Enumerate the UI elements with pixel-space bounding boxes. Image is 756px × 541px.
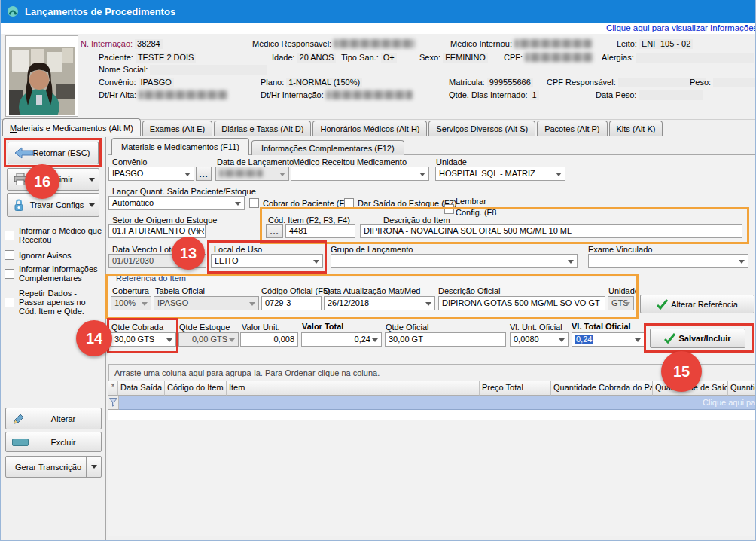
setor-origem-select[interactable]: 01.FATURAMENTO (VIR	[108, 224, 206, 238]
back-arrow-icon	[14, 147, 34, 159]
excluir-button[interactable]: Excluir	[5, 432, 102, 452]
data-lancamento-select[interactable]	[215, 167, 289, 181]
tab-info-complementares-f12[interactable]: Informações Complementares (F12)	[251, 140, 404, 155]
idade-value: 20 ANOS	[297, 53, 337, 63]
valor-total-select[interactable]: 0,24	[301, 332, 382, 347]
checkbox-box	[344, 198, 354, 208]
salvar-incluir-button[interactable]: Salvar/Incluir	[650, 329, 745, 348]
travar-configs-button[interactable]: Travar Configs	[7, 193, 99, 217]
convenio-browse-button[interactable]: ...	[196, 167, 212, 181]
lancar-quant-select[interactable]: Automático	[108, 196, 245, 210]
tabela-oficial-select[interactable]: IPASGO	[154, 296, 259, 310]
chevron-down-icon	[635, 338, 641, 342]
data-vencto-input[interactable]: 01/01/2030	[108, 254, 206, 268]
chevron-down-icon	[166, 338, 172, 342]
local-uso-select[interactable]: LEITO	[211, 254, 323, 268]
checkbox-repetir-dados[interactable]: Repetir Dados - Passar apenas no Cód. It…	[5, 289, 104, 316]
lembrar-config-label-2: Config. (F8	[456, 208, 496, 217]
row-indicator-icon: *	[108, 381, 118, 396]
cod-item-browse-button[interactable]: ...	[266, 224, 283, 238]
peso-field: Peso:	[690, 78, 755, 87]
app-icon	[7, 5, 19, 17]
valor-unit-input[interactable]: 0,008	[240, 332, 298, 347]
column-header-item[interactable]: Item	[227, 381, 480, 396]
gerar-transcricao-button[interactable]: Gerar Transcrição	[5, 456, 102, 478]
tab-servicos-diversos[interactable]: Serviços Diversos (Alt S)	[428, 121, 535, 136]
n-internacao-field: N. Internação: 38284	[81, 39, 163, 49]
exame-vinculado-select[interactable]	[588, 254, 748, 268]
alterar-button[interactable]: Alterar	[5, 408, 102, 429]
checkbox-informar-medico[interactable]: Informar o Médico que Receitou	[5, 226, 104, 244]
column-header-qtd-saida[interactable]: Quantidade de Sa	[728, 381, 756, 396]
checkbox-ignorar-avisos[interactable]: Ignorar Avisos	[5, 250, 104, 260]
data-vencto-label: Data Vencto Lote (F	[112, 245, 186, 254]
retornar-button[interactable]: Retornar (ESC)	[8, 142, 99, 164]
column-header-qtd-saida-estoque[interactable]: Quantidade de Saída do Estoque	[653, 381, 728, 396]
imprimir-button[interactable]: Imprimir	[7, 168, 99, 191]
cobertura-select[interactable]: 100%	[111, 296, 151, 310]
qtde-oficial-input[interactable]: 30,00 GT	[385, 332, 506, 347]
grid-body[interactable]	[108, 410, 756, 420]
dthr-internacao-field: Dt/Hr Internação:	[261, 90, 413, 99]
descricao-oficial-input[interactable]: DIPIRONA GOTAS 500 MG/ML SO VO GT	[438, 296, 605, 310]
qtde-estoque-select[interactable]: 0,00 GTS	[178, 332, 239, 347]
checkbox-informar-informacoes[interactable]: Informar Informações Complementares	[5, 264, 104, 283]
chevron-down-icon	[249, 302, 255, 306]
medico-responsavel-field: Médico Responsável:	[252, 39, 415, 48]
checkbox-box	[5, 298, 14, 307]
vl-unt-oficial-select[interactable]: 0,0080	[510, 332, 569, 347]
gerar-transcricao-dropdown[interactable]	[86, 457, 101, 477]
group-by-bar[interactable]: Arraste uma coluna aqui para agrupa-la. …	[108, 364, 756, 381]
filter-row[interactable]	[119, 396, 756, 410]
column-header-qtd-cobrada[interactable]: Quantidade Cobrada do Paciente	[551, 381, 653, 396]
codigo-oficial-input[interactable]: 0729-3	[261, 296, 322, 310]
convenio-select[interactable]: IPASGO	[108, 167, 194, 181]
tab-honorarios-medicos[interactable]: Honorários Médicos (Alt H)	[312, 121, 427, 136]
eraser-icon	[12, 439, 29, 446]
grupo-lancamento-label: Grupo de Lançamento	[331, 245, 413, 254]
nome-social-value	[150, 65, 267, 75]
tab-kits[interactable]: Kits (Alt K)	[609, 121, 663, 136]
qtde-cobrada-label: Qtde Cobrada	[111, 322, 163, 332]
codigo-oficial-label: Código Oficial (F5)	[261, 286, 331, 295]
tab-exames[interactable]: Exames (Alt E)	[142, 121, 212, 136]
tab-materiais-f11[interactable]: Materiais e Medicamentos (F11)	[111, 138, 249, 155]
filter-cell[interactable]	[108, 396, 119, 410]
convenio-header-value: IPASGO	[139, 78, 174, 87]
medico-receitou-select[interactable]	[291, 167, 429, 181]
data-atualizacao-select[interactable]: 26/12/2018	[324, 296, 435, 310]
blurred-value	[525, 53, 593, 62]
matricula-value: 999555666	[487, 78, 533, 87]
tab-pacotes[interactable]: Pacotes (Alt P)	[537, 121, 607, 136]
checkbox-dar-saida[interactable]: Dar Saída do Estoque (F7)	[344, 198, 456, 208]
descricao-item-input[interactable]: DIPIRONA - NOVALGINA SOL ORAL 500 MG/ML …	[360, 224, 742, 238]
column-header-preco-total[interactable]: Preço Total	[480, 381, 551, 396]
grupo-lancamento-select[interactable]	[331, 254, 578, 268]
cod-item-input[interactable]: 4481	[285, 224, 355, 238]
checkbox-cobrar-paciente[interactable]: Cobrar do Paciente (F6)	[249, 198, 352, 208]
nome-social-field: Nome Social:	[99, 65, 267, 75]
plano-value: 1-NORMAL (150%)	[286, 78, 362, 87]
blurred-value	[334, 39, 415, 48]
tab-diarias-taxas[interactable]: Diárias e Taxas (Alt D)	[214, 121, 311, 136]
column-header-data-saida[interactable]: Data Saída	[118, 381, 165, 396]
tab-materiais-medicamentos[interactable]: Materiais e Medicamentos (Alt M)	[2, 118, 141, 136]
imprimir-dropdown[interactable]	[84, 169, 99, 190]
peso-value	[713, 78, 755, 87]
cobertura-label: Cobertura	[112, 286, 149, 295]
qtde-cobrada-select[interactable]: 30,00 GTS	[111, 332, 176, 347]
view-info-link[interactable]: Clique aqui para visualizar Informações …	[606, 23, 756, 32]
leito-value: ENF 105 - 02	[639, 39, 693, 49]
checkbox-box	[5, 269, 14, 279]
unidade-select[interactable]: HOSPITAL SQL - MATRIZ	[435, 167, 565, 181]
alterar-referencia-button[interactable]: Alterar Referência	[640, 295, 754, 313]
checkbox-lembrar-config[interactable]	[444, 204, 454, 214]
unidade-oficial-select[interactable]: GTS	[608, 296, 634, 310]
sexo-value: FEMININO	[443, 53, 488, 63]
chevron-down-icon	[142, 302, 148, 306]
column-header-codigo-item[interactable]: Código do Item	[165, 381, 227, 396]
vl-total-oficial-select[interactable]: 0,24	[572, 332, 645, 347]
travar-configs-dropdown[interactable]	[84, 194, 99, 216]
idade-field: Idade: 20 ANOS	[272, 53, 336, 63]
patient-photo	[5, 35, 78, 117]
